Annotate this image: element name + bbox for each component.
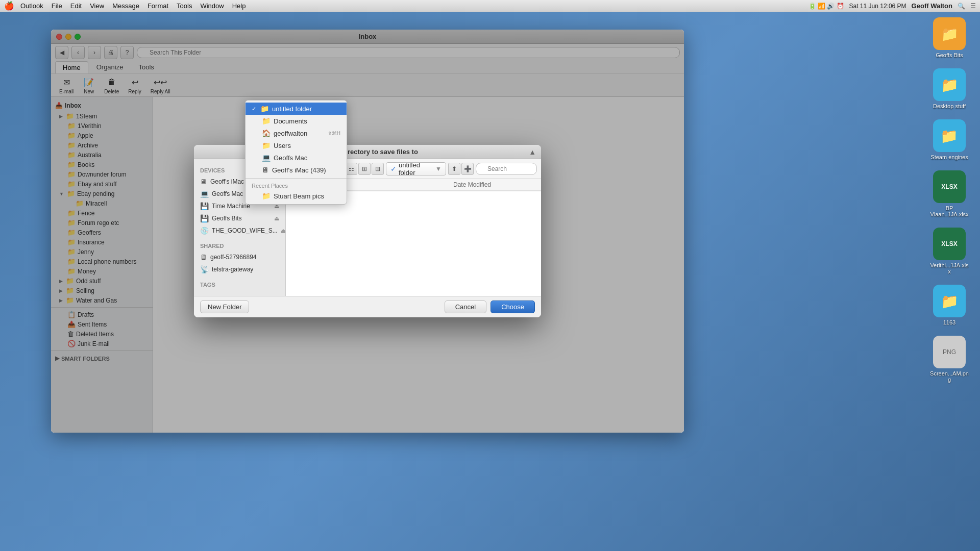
dialog-sidebar-geoffs-bits[interactable]: 💾 Geoffs Bits ⏏	[194, 212, 285, 224]
computer-icon-2: 🖥	[200, 253, 207, 261]
menubar-search-icon[interactable]: 🔍	[958, 3, 965, 10]
shared-label: Shared	[194, 241, 285, 251]
menubar-items: Outlook File Edit View Message Format To…	[20, 2, 246, 10]
dialog-footer: New Folder Cancel Choose	[194, 296, 541, 317]
folder-icon: 📁	[262, 117, 271, 125]
dialog-close-button[interactable]: ▲	[529, 148, 536, 156]
sidebar-item-label: geoff-527966894	[210, 254, 257, 261]
dialog-sidebar-geoff-shared[interactable]: 🖥 geoff-527966894	[194, 251, 285, 263]
menubar-view[interactable]: View	[90, 2, 104, 10]
dialog-search-input[interactable]	[476, 163, 537, 175]
path-name: untitled folder	[399, 161, 433, 177]
sidebar-item-label: THE_GOOD_WIFE_S...	[212, 227, 278, 234]
dialog-file-list	[286, 191, 541, 296]
drive-icon-2: 💾	[200, 214, 209, 222]
dialog-sidebar-telstra-gateway[interactable]: 📡 telstra-gateway	[194, 263, 285, 276]
checkmark-icon: ✓	[252, 106, 256, 112]
dropdown-item-label: Geoff's iMac (439)	[272, 166, 326, 174]
dropdown-item-geoffwalton[interactable]: 🏠 geoffwalton ⇧⌘H	[246, 127, 347, 139]
dropdown-item-users[interactable]: 📁 Users	[246, 139, 347, 152]
dropdown-item-geoffs-mac[interactable]: 💻 Geoffs Mac	[246, 152, 347, 164]
dropdown-separator	[246, 178, 347, 179]
dropdown-item-label: Documents	[274, 117, 307, 125]
desktop-icon-verithi[interactable]: XLSX Verithi...1JA.xlsx	[929, 228, 970, 274]
sidebar-item-label: Geoffs Mac	[212, 190, 243, 197]
desktop-icon-steam-engines-label: Steam engines	[930, 154, 968, 160]
path-dropdown-menu: ✓ 📁 untitled folder 📁 Documents 🏠 geoffw…	[245, 100, 347, 205]
dropdown-item-label: geoffwalton	[274, 130, 307, 137]
dropdown-item-stuart-beam-pics[interactable]: 📁 Stuart Beam pics	[246, 190, 347, 202]
router-icon: 📡	[200, 265, 209, 273]
outlook-window: Inbox ◀ ‹ › 🖨 ? Home Organize Tools ✉ E-…	[51, 30, 684, 433]
desktop-icon-steam-engines[interactable]: 📁 Steam engines	[930, 119, 968, 160]
menubar-right: 🔋 📶 🔊 ⏰ Sat 11 Jun 12:06 PM Geoff Walton…	[808, 2, 976, 10]
view-btn-arrange[interactable]: ⊟	[372, 163, 384, 175]
dialog-action-btns: ⬆ ➕	[448, 163, 474, 175]
menubar-window[interactable]: Window	[200, 2, 224, 10]
shared-section: Shared 🖥 geoff-527966894 📡 telstra-gatew…	[194, 239, 285, 278]
menubar-file[interactable]: File	[52, 2, 62, 10]
recent-places-label: Recent Places	[246, 181, 347, 190]
disc-icon: 💿	[200, 227, 209, 235]
apple-menu[interactable]: 🍎	[4, 1, 14, 11]
sidebar-item-label: telstra-gateway	[212, 266, 253, 273]
menubar-edit[interactable]: Edit	[70, 2, 82, 10]
desktop-icons: 📁 Geoffs Bits 📁 Desktop stuff 📁 Steam en…	[924, 17, 975, 383]
desktop-icon-screen-am-label: Screen...AM.png	[929, 370, 970, 383]
computer-icon: 🖥	[262, 166, 269, 174]
desktop-icon-screen-am[interactable]: PNG Screen...AM.png	[929, 336, 970, 383]
action-btn-add[interactable]: ➕	[461, 163, 474, 175]
desktop-icon-bp-vlaan[interactable]: XLSX BP Vlaan..1JA.xlsx	[929, 170, 970, 217]
check-mark-icon: ✓	[390, 165, 397, 173]
desktop-icon-verithi-label: Verithi...1JA.xlsx	[929, 262, 970, 274]
desktop-icon-geoffs-bits-label: Geoffs Bits	[936, 52, 963, 58]
sidebar-item-label: Time Machine	[212, 203, 250, 210]
desktop: 📁 Geoffs Bits 📁 Desktop stuff 📁 Steam en…	[0, 12, 980, 551]
dropdown-item-label: Stuart Beam pics	[274, 192, 324, 200]
action-btn-share[interactable]: ⬆	[448, 163, 460, 175]
menubar-help[interactable]: Help	[232, 2, 246, 10]
desktop-icon-desktop-stuff-label: Desktop stuff	[933, 103, 966, 109]
desktop-icon-bp-vlaan-label: BP Vlaan..1JA.xlsx	[929, 205, 970, 217]
menubar-datetime: Sat 11 Jun 12:06 PM	[849, 3, 906, 10]
save-dialog-overlay: Choose a directory to save files to ▲ De…	[51, 30, 684, 433]
desktop-icon-desktop-stuff[interactable]: 📁 Desktop stuff	[933, 68, 966, 109]
dropdown-item-untitled-folder[interactable]: ✓ 📁 untitled folder	[246, 103, 347, 115]
computer-icon: 🖥	[200, 178, 207, 186]
menubar-format[interactable]: Format	[148, 2, 168, 10]
tags-section: Tags	[194, 278, 285, 292]
folder-icon: 📁	[262, 192, 271, 200]
laptop-icon: 💻	[262, 154, 271, 162]
menubar-icons: 🔋 📶 🔊 ⏰	[808, 3, 844, 10]
sidebar-item-label: Geoffs Bits	[212, 215, 241, 222]
dropdown-item-label: untitled folder	[272, 105, 312, 113]
desktop-icon-1163-label: 1163	[943, 319, 955, 325]
dropdown-item-label: Geoffs Mac	[274, 154, 307, 162]
dropdown-item-geoffs-imac[interactable]: 🖥 Geoff's iMac (439)	[246, 164, 347, 176]
dialog-sidebar-the-good-wife[interactable]: 💿 THE_GOOD_WIFE_S... ⏏	[194, 224, 285, 237]
col-date-modified[interactable]: Date Modified	[453, 181, 535, 188]
path-dropdown[interactable]: ✓ untitled folder ▼	[386, 162, 446, 176]
menubar-notif-icon[interactable]: ☰	[970, 3, 976, 10]
choose-button[interactable]: Choose	[491, 300, 535, 313]
desktop-icon-geoffs-bits[interactable]: 📁 Geoffs Bits	[933, 17, 966, 58]
drive-icon: 💾	[200, 202, 209, 210]
menubar-message[interactable]: Message	[112, 2, 139, 10]
path-arrow-icon: ▼	[435, 165, 442, 172]
folder-icon: 📁	[262, 141, 271, 149]
new-folder-button[interactable]: New Folder	[200, 300, 249, 313]
tags-label: Tags	[194, 280, 285, 290]
menubar-tools[interactable]: Tools	[177, 2, 192, 10]
cancel-button[interactable]: Cancel	[445, 300, 486, 313]
dropdown-item-label: Users	[274, 142, 291, 149]
menubar: 🍎 Outlook File Edit View Message Format …	[0, 0, 980, 12]
shortcut-label: ⇧⌘H	[328, 131, 340, 136]
home-icon: 🏠	[262, 129, 271, 137]
desktop-icon-folder-1163[interactable]: 📁 1163	[933, 285, 966, 325]
menubar-user: Geoff Walton	[912, 2, 952, 10]
view-btn-coverflow[interactable]: ⊞	[358, 163, 371, 175]
laptop-icon: 💻	[200, 190, 209, 198]
folder-icon: 📁	[260, 105, 269, 113]
menubar-outlook[interactable]: Outlook	[20, 2, 43, 10]
dropdown-item-documents[interactable]: 📁 Documents	[246, 115, 347, 127]
